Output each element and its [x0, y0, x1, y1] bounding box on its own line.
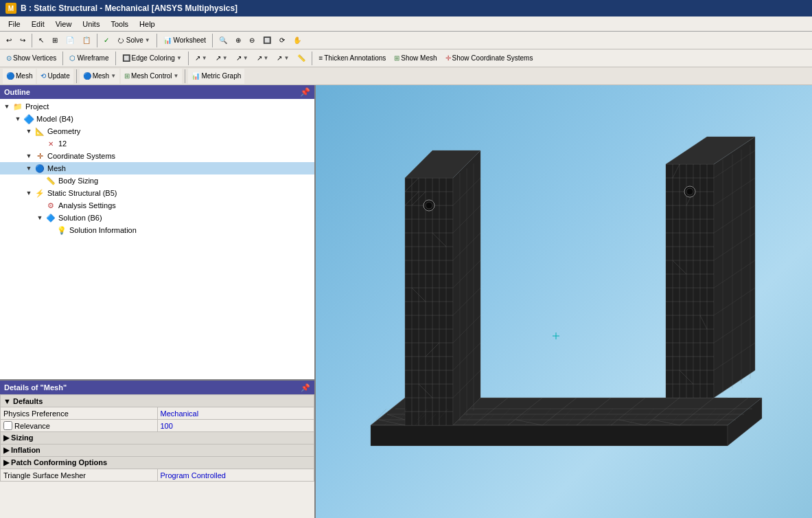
tb-paste[interactable]: 📋: [79, 33, 94, 48]
sol-info-toggle: [47, 226, 55, 234]
arrow-tool-5[interactable]: ↗ ▼: [273, 51, 292, 66]
wireframe-btn[interactable]: ⬡ Wireframe: [66, 51, 112, 66]
menu-file[interactable]: File: [3, 19, 26, 30]
arrow-tool-1[interactable]: ↗ ▼: [192, 51, 211, 66]
mesh-viewport[interactable]: [316, 85, 812, 518]
patch-conforming-section[interactable]: ▶ Patch Conforming Options: [1, 457, 314, 469]
tb-pan[interactable]: ✋: [290, 33, 305, 48]
tb-solve[interactable]: ⭮ Solve ▼: [114, 33, 154, 48]
body-sizing-icon: 📏: [45, 175, 56, 186]
tree-static-structural[interactable]: ▼ ⚡ Static Structural (B5): [0, 187, 314, 199]
tb-zoom-out[interactable]: ⊖: [246, 33, 258, 48]
tb-worksheet[interactable]: 📊 Worksheet: [160, 33, 209, 48]
outline-pin[interactable]: 📌: [300, 87, 310, 97]
arrow-tool-2[interactable]: ↗ ▼: [212, 51, 231, 66]
details-title: Details of "Mesh": [4, 383, 67, 392]
static-toggle[interactable]: ▼: [25, 189, 33, 197]
sep-10: [185, 69, 185, 83]
mesh-dropdown-btn[interactable]: 🔵 Mesh ▼: [80, 69, 119, 84]
project-toggle[interactable]: ▼: [3, 102, 11, 111]
tree-project[interactable]: ▼ 📁 Project: [0, 100, 314, 113]
inflation-section[interactable]: ▶ Inflation: [1, 444, 314, 457]
menu-edit[interactable]: Edit: [26, 19, 50, 30]
analysis-icon: ⚙: [45, 200, 56, 211]
right-panel[interactable]: [316, 85, 812, 518]
tree-geometry[interactable]: ▼ 📐 Geometry: [0, 125, 314, 137]
svg-marker-59: [714, 137, 755, 398]
mesh-tab[interactable]: 🔵 Mesh: [3, 69, 36, 84]
show-vertices-btn[interactable]: ⊙ Show Vertices: [3, 51, 60, 66]
tree-12[interactable]: ✕ 12: [0, 137, 314, 150]
toolbar-mesh: 🔵 Mesh ⟲ Update 🔵 Mesh ▼ ⊞ Mesh Control …: [0, 67, 812, 85]
wireframe-label: Wireframe: [77, 54, 108, 62]
show-mesh-label: Show Mesh: [401, 54, 437, 62]
app-title: B : Static Structural - Mechanical [ANSY…: [21, 3, 237, 13]
outline-tree[interactable]: ▼ 📁 Project ▼ 🔷 Model (B4) ▼ 📐 Geometry …: [0, 99, 314, 381]
metric-graph-btn[interactable]: 📊 Metric Graph: [188, 69, 244, 84]
menu-help[interactable]: Help: [134, 19, 161, 30]
details-table: ▼ Defaults Physics Preference Mechanical…: [0, 394, 314, 482]
sep-3: [156, 34, 157, 47]
details-header: Details of "Mesh" 📌: [0, 381, 314, 394]
sizing-section[interactable]: ▶ Sizing: [1, 432, 314, 444]
defaults-label: ▼ Defaults: [1, 395, 314, 407]
tree-model[interactable]: ▼ 🔷 Model (B4): [0, 113, 314, 125]
update-btn[interactable]: ⟲ Update: [37, 69, 73, 84]
tb-redo[interactable]: ↪: [16, 33, 29, 48]
sep-6: [115, 52, 116, 65]
tb-select[interactable]: ↖: [35, 33, 47, 48]
tb-rotate[interactable]: ⟳: [276, 33, 288, 48]
sol-info-label: Solution Information: [69, 226, 137, 234]
relevance-value[interactable]: 100: [157, 420, 314, 432]
project-label: Project: [25, 102, 49, 111]
thicken-annotations-btn[interactable]: ≡ Thicken Annotations: [315, 51, 389, 66]
tb-zoom-fit[interactable]: 🔍: [216, 33, 231, 48]
arrow-tool-3[interactable]: ↗ ▼: [233, 51, 252, 66]
mesh-control-btn[interactable]: ⊞ Mesh Control ▼: [121, 69, 182, 84]
thicken-icon: ≡: [318, 54, 323, 62]
physics-pref-value[interactable]: Mechanical: [157, 407, 314, 420]
tree-coordinate-systems[interactable]: ▼ ✛ Coordinate Systems: [0, 150, 314, 162]
sep-7: [188, 52, 189, 65]
details-panel: Details of "Mesh" 📌 ▼ Defaults Physics P…: [0, 381, 314, 518]
outline-title: Outline: [4, 88, 30, 96]
menu-tools[interactable]: Tools: [105, 19, 134, 30]
menu-units[interactable]: Units: [77, 19, 105, 30]
tb-zoom-box[interactable]: 🔲: [259, 33, 275, 48]
tb-checkmark[interactable]: ✓: [100, 33, 113, 48]
edge-coloring-btn[interactable]: 🔲 Edge Coloring ▼: [119, 51, 185, 66]
tb-select2[interactable]: ⊞: [49, 33, 61, 48]
details-pin[interactable]: 📌: [301, 383, 310, 392]
geometry-toggle[interactable]: ▼: [25, 127, 33, 135]
arrow-tool-4[interactable]: ↗ ▼: [253, 51, 272, 66]
model-toggle[interactable]: ▼: [14, 115, 22, 123]
tree-analysis-settings[interactable]: ⚙ Analysis Settings: [0, 199, 314, 212]
coord-toggle[interactable]: ▼: [25, 152, 33, 160]
tree-mesh[interactable]: ▼ 🔵 Mesh: [0, 162, 314, 174]
item12-icon: ✕: [45, 138, 56, 149]
menu-view[interactable]: View: [50, 19, 78, 30]
tree-body-sizing[interactable]: 📏 Body Sizing: [0, 174, 314, 187]
mesh-dd-arrow: ▼: [111, 73, 116, 79]
coord-icon: ✛: [445, 54, 451, 62]
relevance-checkbox[interactable]: [3, 421, 12, 430]
model-label: Model (B4): [36, 115, 73, 123]
sep-8: [312, 52, 312, 65]
tb-undo[interactable]: ↩: [3, 33, 15, 48]
show-mesh-icon: ⊞: [394, 54, 399, 62]
tree-solution-info[interactable]: 💡 Solution Information: [0, 224, 314, 236]
show-coordinate-systems-btn[interactable]: ✛ Show Coordinate Systems: [442, 51, 537, 66]
triangle-label: Triangle Surface Mesher: [1, 469, 158, 482]
tree-solution[interactable]: ▼ 🔷 Solution (B6): [0, 212, 314, 224]
main-layout: Outline 📌 ▼ 📁 Project ▼ 🔷 Model (B4) ▼ 📐…: [0, 85, 812, 518]
tb-zoom-in[interactable]: ⊕: [232, 33, 244, 48]
ruler-tool[interactable]: 📏: [294, 51, 309, 66]
tb-copy[interactable]: 📄: [62, 33, 78, 48]
mesh-toggle[interactable]: ▼: [25, 164, 33, 172]
svg-marker-58: [666, 164, 714, 398]
triangle-value[interactable]: Program Controlled: [157, 469, 314, 482]
mesh-tree-label: Mesh: [47, 164, 66, 172]
show-mesh-btn[interactable]: ⊞ Show Mesh: [391, 51, 440, 66]
solution-toggle[interactable]: ▼: [36, 214, 44, 222]
static-icon: ⚡: [34, 188, 45, 199]
